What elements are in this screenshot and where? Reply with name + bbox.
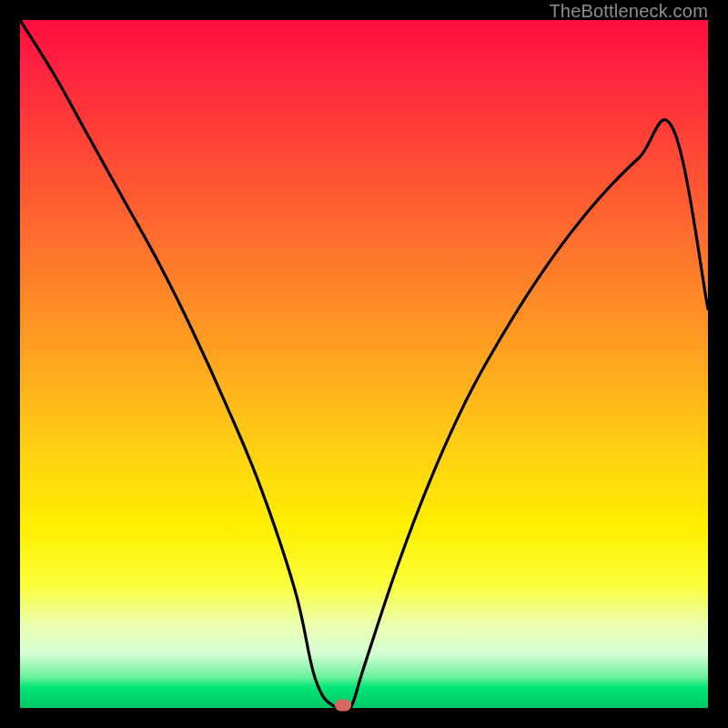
plot-area [20,20,708,708]
chart-frame: TheBottleneck.com [0,0,728,728]
watermark-text: TheBottleneck.com [549,1,708,22]
bottleneck-curve [20,20,708,708]
optimum-marker [335,700,351,712]
curve-svg [20,20,708,708]
